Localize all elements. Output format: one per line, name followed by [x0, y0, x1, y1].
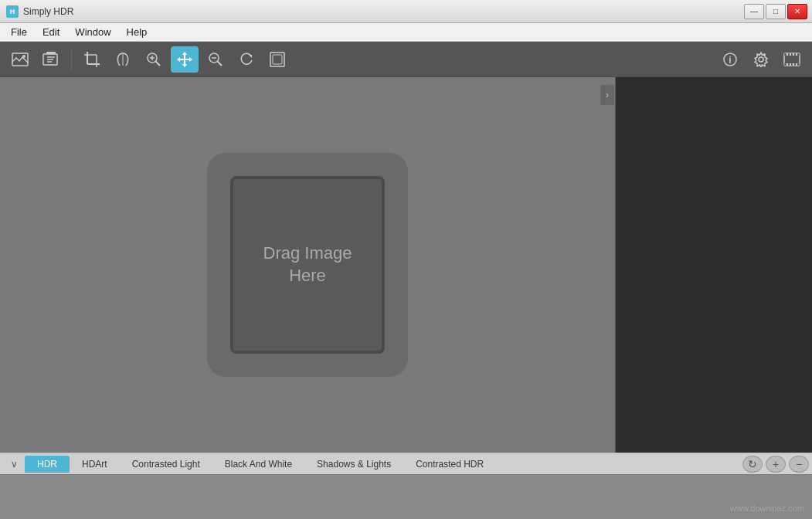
settings-button[interactable] [747, 46, 775, 73]
fullscreen-button[interactable] [263, 46, 291, 73]
canvas-area[interactable]: Drag Image Here [0, 77, 615, 453]
close-button[interactable]: ✕ [787, 4, 807, 19]
chevron-down-icon: ∨ [11, 459, 18, 470]
zoom-out-button[interactable] [202, 46, 229, 73]
remove-preset-button[interactable]: − [789, 456, 809, 473]
svg-marker-19 [182, 64, 187, 67]
svg-marker-18 [182, 52, 187, 55]
app-icon: H [6, 5, 19, 18]
refresh-preset-button[interactable]: ↻ [742, 456, 763, 473]
zoom-in-button[interactable] [140, 46, 168, 73]
tab-contrasted-light[interactable]: Contrasted Light [120, 456, 212, 473]
svg-point-30 [759, 57, 763, 62]
right-panel [615, 77, 812, 453]
tab-contrasted-hdr[interactable]: Contrasted HDR [403, 456, 496, 473]
drag-inner-box: Drag Image Here [230, 176, 385, 354]
svg-marker-20 [177, 57, 180, 62]
drag-drop-zone[interactable]: Drag Image Here [207, 153, 408, 377]
minus-icon: − [796, 458, 802, 470]
menu-bar: File Edit Window Help [0, 23, 812, 42]
tab-black-and-white[interactable]: Black And White [212, 456, 304, 473]
preview-strip: www.downxiaz.com [0, 474, 812, 519]
window-controls: — □ ✕ [744, 4, 807, 19]
menu-window[interactable]: Window [67, 24, 118, 40]
toolbar-separator-1 [71, 49, 72, 70]
menu-help[interactable]: Help [119, 24, 155, 40]
refresh-icon: ↻ [748, 458, 757, 470]
tab-hdart[interactable]: HDArt [70, 456, 120, 473]
window-title: Simply HDR [23, 6, 806, 17]
watermark: www.downxiaz.com [730, 504, 804, 513]
tab-shadows-lights[interactable]: Shadows & Lights [304, 456, 403, 473]
main-area: Drag Image Here › [0, 77, 812, 453]
svg-rect-3 [46, 52, 56, 54]
svg-marker-25 [249, 55, 252, 58]
menu-file[interactable]: File [3, 24, 35, 40]
svg-line-13 [156, 61, 161, 66]
add-preset-button[interactable]: + [766, 456, 786, 473]
title-bar: H Simply HDR — □ ✕ [0, 0, 812, 23]
bottom-tabs: ∨ HDR HDArt Contrasted Light Black And W… [0, 453, 812, 474]
open-image-button[interactable] [6, 46, 34, 73]
panel-toggle-button[interactable]: › [600, 85, 614, 105]
collapse-button[interactable]: ∨ [3, 456, 25, 473]
tone-button[interactable] [109, 46, 137, 73]
tab-hdr[interactable]: HDR [25, 456, 70, 473]
rotate-button[interactable] [233, 46, 260, 73]
pan-button[interactable] [171, 46, 199, 73]
svg-point-1 [22, 55, 25, 58]
svg-rect-27 [273, 55, 282, 64]
drag-text: Drag Image Here [263, 243, 352, 287]
toolbar: i [0, 42, 812, 77]
minimize-button[interactable]: — [744, 4, 764, 19]
chevron-right-icon: › [606, 90, 609, 100]
plus-icon: + [773, 458, 779, 470]
maximize-button[interactable]: □ [766, 4, 786, 19]
svg-line-23 [218, 61, 223, 66]
svg-text:i: i [729, 55, 731, 66]
open-bracket-button[interactable] [37, 46, 65, 73]
svg-marker-21 [189, 57, 192, 62]
info-button[interactable]: i [716, 46, 744, 73]
export-button[interactable] [778, 46, 806, 73]
menu-edit[interactable]: Edit [35, 24, 67, 40]
crop-button[interactable] [78, 46, 106, 73]
